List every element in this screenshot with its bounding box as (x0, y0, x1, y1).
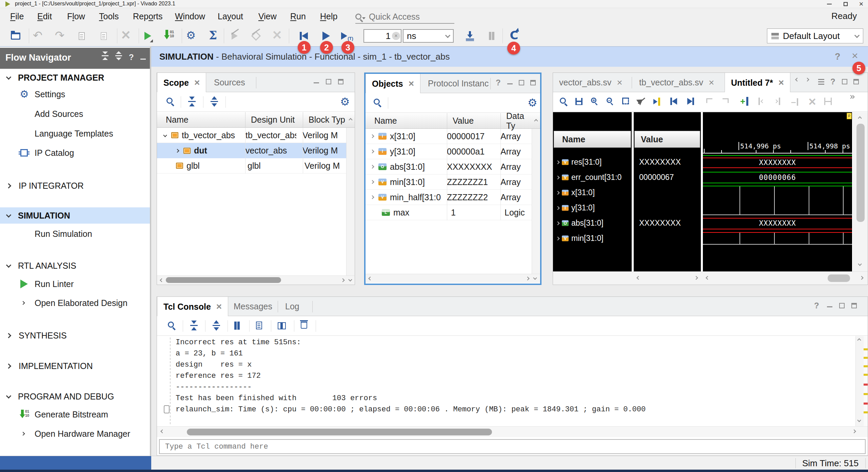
sidebar-item-run-linter[interactable]: Run Linter (0, 276, 150, 292)
scope-col-design-unit[interactable]: Design Unit (245, 112, 303, 128)
menu-tools[interactable]: Tools (99, 12, 119, 21)
wave-row-y[interactable]: I y[31:0] (553, 200, 632, 216)
sim-header-close-button[interactable]: × (852, 50, 858, 61)
word-wrap-icon[interactable] (278, 322, 286, 329)
clear-console-icon[interactable] (301, 322, 307, 329)
scope-vscrollbar[interactable] (346, 128, 355, 275)
close-icon[interactable]: × (709, 78, 714, 87)
sidebar-item-language-templates[interactable]: Language Templates (0, 125, 150, 142)
warning-marker[interactable] (864, 348, 868, 350)
minimize-icon[interactable] (827, 306, 832, 307)
warning-marker[interactable] (864, 393, 868, 395)
tab-objects[interactable]: Objects× (366, 74, 420, 94)
help-icon[interactable]: ? (830, 77, 835, 86)
error-marker[interactable] (864, 384, 868, 386)
sidebar-item-add-sources[interactable]: Add Sources (0, 106, 150, 122)
sidebar-section-simulation[interactable]: SIMULATION (0, 207, 150, 224)
flow-navigator-help-icon[interactable]: ? (129, 53, 134, 62)
tab-protocol-instances[interactable]: Protocol Instanc (422, 74, 495, 93)
tab-sources[interactable]: Sources (208, 73, 251, 92)
tab-untitled-7[interactable]: Untitled 7*× (725, 73, 790, 93)
menu-reports[interactable]: Reports (133, 12, 163, 21)
zoom-in-icon[interactable]: + (591, 98, 596, 103)
scroll-left-icon[interactable] (368, 276, 372, 280)
collapse-all-icon[interactable] (190, 325, 198, 326)
expand-all-icon[interactable] (211, 101, 218, 102)
search-icon[interactable] (560, 98, 566, 104)
toolbar-overflow-icon[interactable] (849, 96, 854, 98)
wave-row-res[interactable]: V res[31:0] (553, 155, 632, 170)
close-icon[interactable]: × (617, 78, 622, 87)
wave-row-abs[interactable]: O abs[31:0] (553, 216, 632, 231)
sidebar-item-run-simulation[interactable]: Run Simulation (0, 226, 150, 242)
go-to-time-icon[interactable] (653, 98, 660, 106)
scroll-right-icon[interactable] (860, 276, 863, 280)
window-restore-button[interactable] (838, 0, 853, 8)
menu-view[interactable]: View (258, 12, 277, 21)
console-output[interactable]: Incorrect res at time 515ns: a = 23, b =… (157, 336, 855, 426)
sidebar-section-implementation[interactable]: IMPLEMENTATION (0, 358, 150, 374)
scroll-left-icon[interactable] (706, 276, 709, 280)
scope-row-dut[interactable]: dut vector_abs Verilog M (157, 143, 346, 158)
scope-col-name[interactable]: Name (157, 112, 245, 128)
expand-all-icon[interactable] (115, 55, 122, 56)
sidebar-section-project-manager[interactable]: PROJECT MANAGER (0, 69, 150, 86)
gear-icon[interactable]: ⚙ (528, 97, 537, 108)
sidebar-section-program-and-debug[interactable]: PROGRAM AND DEBUG (0, 388, 150, 405)
collapse-all-icon[interactable] (102, 55, 108, 56)
sidebar-item-open-elaborated-design[interactable]: Open Elaborated Design (0, 295, 150, 311)
report-summary-button[interactable]: Σ (205, 28, 220, 43)
clear-time-icon[interactable]: × (392, 32, 400, 40)
pause-output-icon[interactable] (234, 322, 240, 330)
expand-all-icon[interactable] (213, 325, 220, 326)
no-cursor-icon[interactable] (638, 98, 643, 104)
wave-name-header[interactable]: Name (554, 131, 631, 148)
copy-button[interactable] (74, 28, 89, 43)
copy-icon[interactable] (256, 322, 262, 329)
sidebar-item-generate-bitstream[interactable]: 0110 Generate Bitstream (0, 406, 150, 423)
menu-file[interactable]: File (10, 12, 24, 21)
objects-row-min[interactable]: V min[31:0] ZZZZZZZ1 Array (366, 175, 532, 190)
generate-bitstream-button[interactable]: 0110 (162, 28, 177, 43)
menu-run[interactable]: Run (290, 12, 306, 21)
gear-icon[interactable]: ⚙ (340, 96, 350, 107)
scroll-right-icon[interactable] (852, 429, 856, 433)
scroll-left-icon[interactable] (636, 276, 640, 280)
run-button[interactable] (140, 28, 155, 43)
scroll-right-icon[interactable] (341, 278, 344, 282)
search-icon[interactable] (374, 99, 380, 105)
close-icon[interactable]: × (216, 302, 222, 311)
scroll-up-icon[interactable] (534, 119, 538, 123)
tcl-command-input[interactable] (160, 440, 865, 453)
error-marker[interactable] (864, 403, 868, 405)
scroll-up-icon[interactable] (349, 118, 352, 122)
flow-navigator-minimize-icon[interactable] (140, 59, 146, 60)
warning-marker[interactable] (864, 365, 868, 367)
minimize-icon[interactable] (314, 82, 319, 83)
objects-col-value[interactable]: Value (447, 113, 500, 129)
objects-row-abs[interactable]: O abs[31:0] XXXXXXXX Array (366, 159, 532, 175)
sidebar-section-rtl-analysis[interactable]: RTL ANALYSIS (0, 258, 150, 274)
menu-window[interactable]: Window (175, 12, 205, 21)
sidebar-section-synthesis[interactable]: SYNTHESIS (0, 327, 150, 344)
close-icon[interactable]: × (194, 78, 200, 87)
help-icon[interactable]: ? (814, 301, 819, 310)
close-icon[interactable]: × (778, 78, 784, 87)
menu-edit[interactable]: Edit (37, 12, 52, 21)
wave-marker-flag-icon[interactable]: p (847, 113, 852, 119)
scroll-right-icon[interactable] (694, 276, 698, 280)
console-vscrollbar[interactable] (855, 336, 864, 426)
quick-access-input[interactable] (369, 12, 447, 22)
sidebar-item-open-hardware-manager[interactable]: Open Hardware Manager (0, 426, 150, 442)
objects-hscrollbar[interactable] (366, 274, 540, 283)
collapse-all-icon[interactable] (188, 101, 196, 102)
scroll-down-icon[interactable] (348, 278, 352, 281)
tab-vector-abs-sv[interactable]: vector_abs.sv× (553, 73, 629, 92)
menu-help[interactable]: Help (320, 12, 337, 21)
go-to-start-icon[interactable] (670, 98, 677, 105)
sidebar-section-ip-integrator[interactable]: IP INTEGRATOR (0, 178, 150, 194)
time-unit-select[interactable]: ns (403, 29, 454, 43)
maximize-icon[interactable] (326, 79, 331, 84)
go-to-end-icon[interactable] (687, 98, 694, 105)
sim-step-button[interactable] (462, 28, 477, 43)
